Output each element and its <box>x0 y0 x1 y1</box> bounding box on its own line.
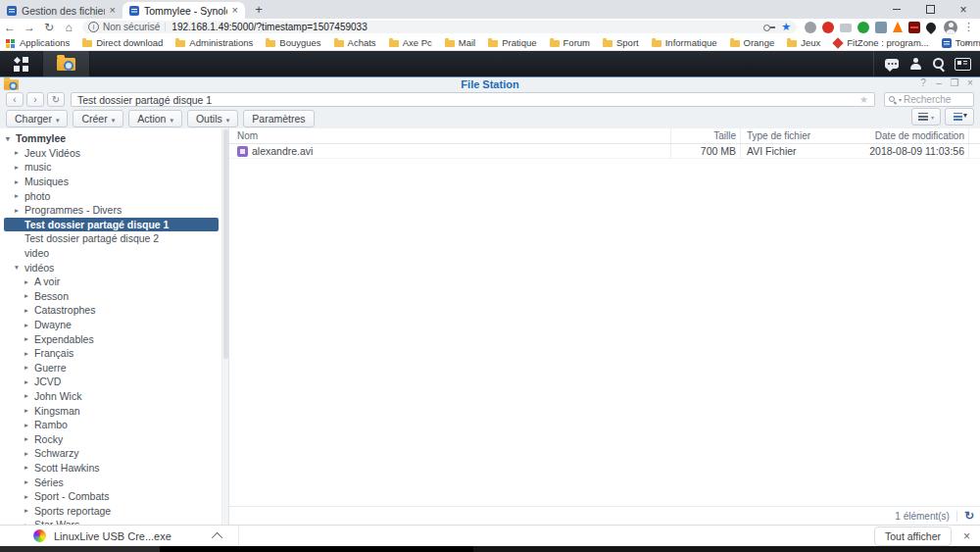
bookmark-item[interactable]: Orange <box>730 37 775 48</box>
tree-caret-icon[interactable] <box>24 506 34 515</box>
close-icon[interactable] <box>947 0 980 19</box>
tree-caret-icon[interactable] <box>24 391 34 400</box>
tree-item[interactable]: photo <box>0 188 228 203</box>
tree-item[interactable]: Séries <box>0 475 228 489</box>
back-button[interactable]: ‹ <box>6 92 24 107</box>
bookmark-item[interactable]: Pratique <box>488 37 536 48</box>
path-bar[interactable]: Test dossier partagé disque 1 ★ <box>71 92 875 107</box>
close-icon[interactable]: × <box>964 77 976 88</box>
toolbar-button[interactable]: Action <box>128 110 182 127</box>
bookmark-item[interactable]: Informatique <box>652 37 717 48</box>
minimize-icon[interactable] <box>880 0 913 19</box>
reload-icon[interactable]: ↻ <box>39 21 59 34</box>
tree-item[interactable]: John Wick <box>0 389 228 404</box>
close-icon[interactable]: × <box>110 5 116 16</box>
tree-caret-icon[interactable] <box>24 463 34 472</box>
forward-icon[interactable]: → <box>20 21 39 34</box>
show-all-downloads-button[interactable]: Tout afficher <box>874 527 952 546</box>
dsm-tray-button[interactable] <box>951 51 974 76</box>
tree-item[interactable]: Français <box>0 346 228 361</box>
tree-item[interactable]: Test dossier partagé disque 2 <box>0 231 228 246</box>
home-icon[interactable]: ⌂ <box>59 21 78 34</box>
tree-caret-icon[interactable] <box>15 148 24 157</box>
bookmark-item[interactable]: Tommylee - Synolo... <box>942 37 980 48</box>
tree-caret-icon[interactable] <box>24 306 34 315</box>
filestation-task-button[interactable] <box>42 51 90 76</box>
tree-item[interactable]: Guerre <box>0 361 228 376</box>
close-icon[interactable]: × <box>963 529 970 543</box>
bookmark-star-icon[interactable]: ★ <box>781 21 791 33</box>
browser-extension-icon[interactable] <box>858 22 869 33</box>
bookmark-item[interactable]: Mail <box>445 37 475 48</box>
tree-item[interactable]: Programmes - Divers <box>0 203 228 218</box>
tree-item[interactable]: Rambo <box>0 418 228 432</box>
tree-item[interactable]: Musiques <box>0 175 228 189</box>
browser-extension-icon[interactable] <box>875 22 887 33</box>
sort-button[interactable] <box>945 108 974 125</box>
refresh-icon[interactable]: ↻ <box>964 509 974 523</box>
tree-item[interactable]: Scott Hawkins <box>0 461 228 476</box>
browser-extension-icon[interactable] <box>908 22 920 33</box>
browser-extension-icon[interactable] <box>893 22 903 32</box>
tree-item[interactable]: Sport - Combats <box>0 489 228 504</box>
bookmark-item[interactable]: Axe Pc <box>389 37 432 48</box>
tree-caret-icon[interactable] <box>15 263 24 272</box>
tree-caret-icon[interactable] <box>15 191 24 200</box>
dsm-tray-button[interactable] <box>927 51 951 76</box>
tree-caret-icon[interactable] <box>24 477 34 486</box>
tree-caret-icon[interactable] <box>24 421 34 429</box>
password-key-icon[interactable] <box>763 24 775 31</box>
maximize-icon[interactable] <box>913 0 947 19</box>
tree-item[interactable]: Besson <box>0 289 228 304</box>
tree-caret-icon[interactable] <box>24 277 34 286</box>
tree-item[interactable]: Sports reportage <box>0 503 228 518</box>
tree-item[interactable]: Tommylee <box>0 131 228 146</box>
tree-caret-icon[interactable] <box>24 377 34 386</box>
bookmark-item[interactable]: FitZone : program... <box>833 37 928 48</box>
tree-item[interactable]: vidéos <box>0 260 228 275</box>
dsm-tray-button[interactable] <box>904 51 927 76</box>
tree-caret-icon[interactable] <box>24 492 34 501</box>
window-titlebar[interactable]: File Station ? – ❐ × <box>0 77 980 91</box>
close-icon[interactable]: × <box>232 5 238 16</box>
tree-item[interactable]: Star Wars <box>0 518 228 525</box>
tree-caret-icon[interactable] <box>15 177 24 186</box>
browser-extension-icon[interactable] <box>822 22 834 33</box>
column-header-size[interactable]: Taille <box>671 128 741 143</box>
tree-caret-icon[interactable] <box>24 363 34 372</box>
tree-caret-icon[interactable] <box>24 321 34 329</box>
tree-item[interactable]: Jeux Vidéos <box>0 146 228 161</box>
download-item[interactable]: LinuxLive USB Cre...exe <box>0 526 222 546</box>
tree-caret-icon[interactable] <box>24 406 34 415</box>
main-menu-button[interactable] <box>0 51 42 76</box>
bookmark-item[interactable]: Sport <box>603 37 639 48</box>
address-bar[interactable]: i Non sécurisé 192.168.1.49:5000/?timest… <box>82 21 797 33</box>
tree-item[interactable]: Test dossier partagé disque 1 <box>4 218 219 232</box>
help-icon[interactable]: ? <box>917 77 929 88</box>
tree-caret-icon[interactable] <box>24 334 34 343</box>
alexandre.avi[interactable]: alexandre.avi 700 MB AVI Fichier 2018-08… <box>229 144 980 159</box>
bookmark-item[interactable]: Direct download <box>82 37 163 48</box>
tree-item[interactable]: Rocky <box>0 431 228 446</box>
tree-item[interactable]: music <box>0 160 228 175</box>
tree-caret-icon[interactable] <box>6 134 16 143</box>
bookmark-item[interactable]: Applications <box>6 37 70 48</box>
bookmark-item[interactable]: Forum <box>550 37 590 48</box>
new-tab-button[interactable]: + <box>251 2 267 18</box>
tree-caret-icon[interactable] <box>15 163 24 172</box>
tab-inactive[interactable]: Gestion des fichiers paragtés - In × <box>0 2 122 19</box>
tree-caret-icon[interactable] <box>24 449 34 458</box>
tree-caret-icon[interactable] <box>15 206 24 215</box>
browser-extension-icon[interactable] <box>805 22 816 33</box>
dsm-tray-button[interactable] <box>880 51 904 76</box>
tree-item[interactable]: Catastrophes <box>0 303 228 318</box>
browser-extension-icon[interactable] <box>924 20 938 33</box>
column-header-date[interactable]: Date de modification <box>845 128 969 143</box>
toolbar-button[interactable]: Paramètres <box>243 110 314 127</box>
bookmark-item[interactable]: Bouygues <box>266 37 320 48</box>
column-header-type[interactable]: Type de fichier <box>741 128 845 143</box>
bookmark-item[interactable]: Jeux <box>787 37 820 48</box>
tree-item[interactable]: JCVD <box>0 375 228 389</box>
tree-item[interactable]: Expendables <box>0 331 228 346</box>
tree-caret-icon[interactable] <box>24 349 34 358</box>
